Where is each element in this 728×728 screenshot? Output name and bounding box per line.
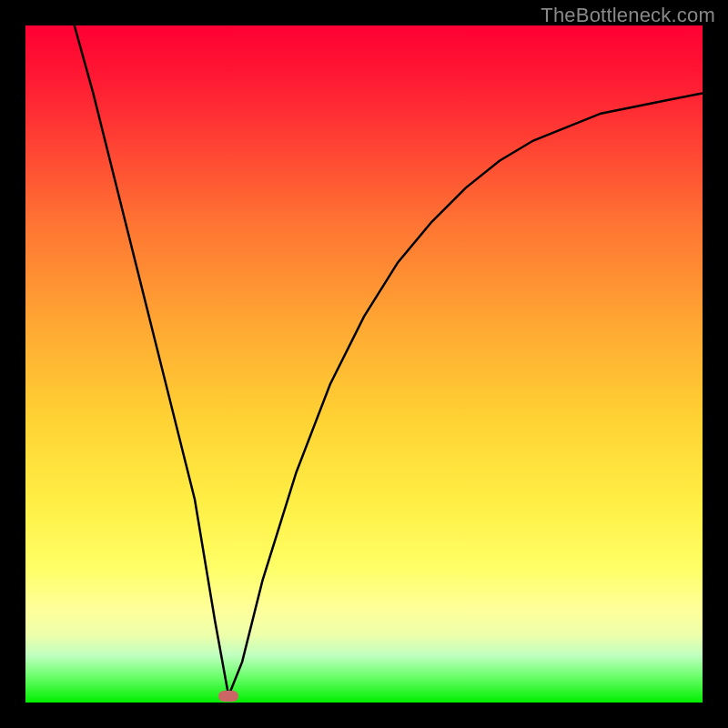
watermark-text: TheBottleneck.com: [541, 4, 715, 27]
chart-frame: TheBottleneck.com: [0, 0, 728, 728]
minimum-marker: [218, 691, 238, 702]
bottleneck-curve: [25, 25, 703, 703]
plot-area: [25, 25, 703, 703]
